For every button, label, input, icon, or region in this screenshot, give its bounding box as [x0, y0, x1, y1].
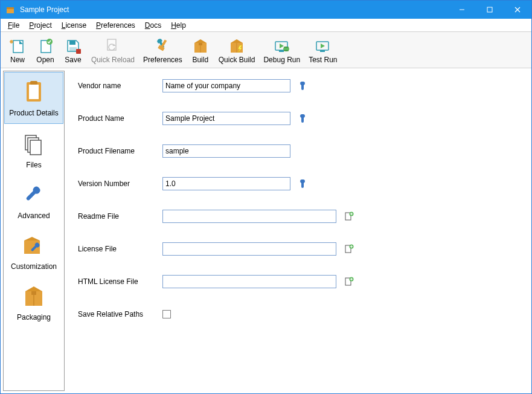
sidebar-item-label: Customization	[11, 262, 57, 271]
preferences-icon	[153, 36, 172, 56]
app-icon	[5, 5, 15, 15]
row-html-license-file: HTML License File	[78, 275, 519, 288]
packaging-icon	[19, 282, 48, 311]
row-vendor-name: Vendor name	[78, 79, 519, 92]
preferences-button[interactable]: Preferences	[139, 35, 186, 65]
svg-rect-51	[31, 291, 36, 295]
html-license-file-browse-icon[interactable]	[344, 276, 354, 287]
row-readme-file: Readme File	[78, 210, 519, 223]
svg-rect-32	[279, 50, 284, 52]
clipboard-icon	[19, 77, 48, 106]
svg-rect-1	[7, 7, 14, 9]
sidebar-item-files[interactable]: Files	[4, 124, 64, 175]
svg-marker-24	[194, 39, 207, 43]
license-file-label: License File	[78, 245, 162, 253]
quick-build-label: Quick Build	[219, 56, 255, 64]
wrench-icon	[19, 180, 48, 209]
minimize-button[interactable]	[448, 1, 476, 19]
vendor-name-input[interactable]	[162, 79, 290, 92]
form-panel: Vendor name Product Name Product Filenam…	[66, 68, 531, 393]
product-name-config-icon[interactable]	[298, 113, 309, 124]
save-relative-paths-checkbox[interactable]	[162, 310, 171, 318]
version-number-input[interactable]	[162, 177, 290, 190]
html-license-file-label: HTML License File	[78, 277, 162, 286]
quick-build-icon	[227, 36, 246, 56]
svg-rect-45	[30, 140, 41, 155]
row-save-relative-paths: Save Relative Paths	[78, 308, 519, 321]
menu-help[interactable]: Help	[167, 20, 190, 31]
menubar: File Project License Preferences Docs He…	[1, 19, 531, 32]
svg-rect-16	[69, 47, 77, 51]
new-label: New	[10, 56, 25, 64]
test-run-button[interactable]: Test Run	[305, 35, 341, 65]
open-button[interactable]: Open	[32, 35, 59, 65]
customization-icon	[19, 231, 48, 260]
quick-reload-button: Quick Reload	[88, 35, 138, 65]
test-run-icon	[313, 36, 333, 56]
sidebar-item-product-details[interactable]: Product Details	[4, 72, 63, 124]
svg-marker-49	[25, 286, 42, 291]
readme-file-input[interactable]	[162, 210, 336, 223]
build-button[interactable]: Build	[187, 35, 214, 65]
row-product-name: Product Name	[78, 112, 519, 125]
license-file-browse-icon[interactable]	[344, 244, 354, 254]
license-file-input[interactable]	[162, 242, 336, 256]
svg-rect-3	[487, 7, 492, 12]
svg-rect-15	[69, 40, 75, 45]
svg-marker-33	[280, 44, 284, 48]
sidebar-item-packaging[interactable]: Packaging	[4, 277, 64, 328]
close-button[interactable]	[504, 1, 531, 19]
readme-file-browse-icon[interactable]	[344, 211, 354, 222]
maximize-button[interactable]	[476, 1, 504, 19]
svg-marker-28	[231, 39, 243, 43]
open-label: Open	[36, 56, 54, 64]
sidebar-item-label: Product Details	[9, 109, 58, 117]
svg-rect-26	[199, 43, 202, 45]
sidebar-item-label: Packaging	[17, 313, 51, 321]
vendor-name-label: Vendor name	[78, 82, 162, 90]
menu-project[interactable]: Project	[25, 20, 55, 31]
quick-reload-icon	[103, 36, 123, 56]
svg-rect-41	[29, 85, 39, 99]
titlebar: Sample Project	[1, 1, 531, 19]
row-product-filename: Product Filename	[78, 144, 519, 158]
window-title: Sample Project	[20, 5, 448, 14]
row-license-file: License File	[78, 242, 519, 256]
toolbar: New Open Save Quick Reload Preferences B…	[1, 32, 531, 68]
new-button[interactable]: New	[4, 35, 31, 65]
menu-license[interactable]: License	[58, 20, 90, 31]
sidebar-item-customization[interactable]: Customization	[4, 226, 64, 277]
preferences-label: Preferences	[143, 56, 182, 64]
svg-rect-17	[76, 49, 81, 54]
quick-reload-label: Quick Reload	[91, 56, 135, 64]
menu-docs[interactable]: Docs	[141, 20, 165, 31]
readme-file-label: Readme File	[78, 212, 162, 221]
product-name-input[interactable]	[162, 112, 290, 125]
svg-rect-38	[320, 50, 325, 52]
debug-run-icon	[272, 36, 292, 56]
save-relative-paths-label: Save Relative Paths	[78, 310, 162, 318]
open-icon	[36, 36, 55, 56]
debug-run-label: Debug Run	[263, 56, 300, 64]
sidebar: Product Details Files Advanced Customiza…	[3, 71, 65, 391]
product-filename-label: Product Filename	[78, 147, 162, 155]
save-button[interactable]: Save	[60, 35, 86, 65]
html-license-file-input[interactable]	[162, 275, 336, 288]
build-label: Build	[192, 56, 208, 64]
version-number-config-icon[interactable]	[298, 178, 309, 189]
row-version-number: Version Number	[78, 177, 519, 190]
quick-build-button[interactable]: Quick Build	[215, 35, 259, 65]
svg-rect-6	[13, 40, 23, 53]
build-icon	[191, 36, 210, 56]
vendor-name-config-icon[interactable]	[298, 80, 309, 91]
content-area: Product Details Files Advanced Customiza…	[1, 68, 531, 393]
product-filename-input[interactable]	[162, 144, 290, 158]
menu-file[interactable]: File	[4, 20, 23, 31]
save-icon	[63, 36, 83, 56]
debug-run-button[interactable]: Debug Run	[260, 35, 304, 65]
sidebar-item-label: Advanced	[18, 212, 50, 220]
sidebar-item-label: Files	[26, 161, 41, 169]
save-label: Save	[65, 56, 81, 64]
sidebar-item-advanced[interactable]: Advanced	[4, 175, 64, 226]
menu-preferences[interactable]: Preferences	[92, 20, 139, 31]
